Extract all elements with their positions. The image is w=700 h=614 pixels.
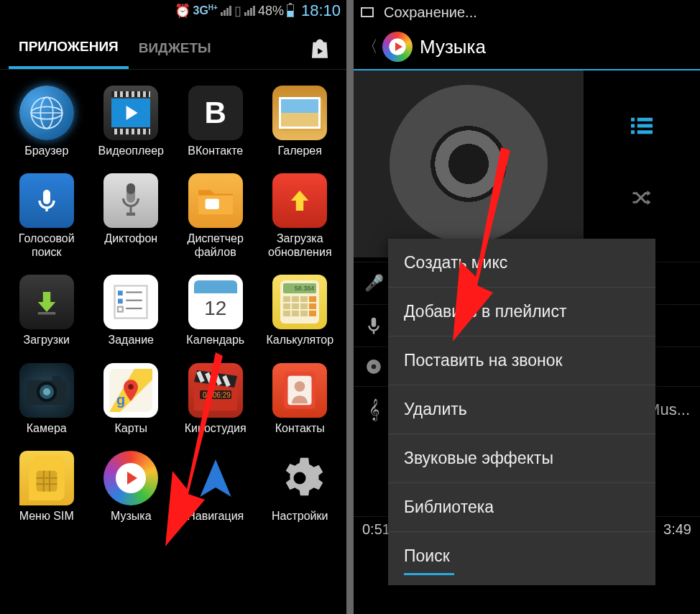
- playback-side-controls: [584, 70, 700, 257]
- app-gallery[interactable]: Галерея: [261, 86, 340, 157]
- download-arrow-icon: [19, 275, 74, 329]
- menu-delete[interactable]: Удалить: [388, 385, 655, 434]
- svg-point-24: [129, 384, 134, 390]
- album-art: [354, 70, 584, 257]
- app-label: Диктофон: [104, 232, 157, 245]
- svg-rect-5: [43, 190, 50, 204]
- person-icon: [272, 363, 327, 418]
- microphone-icon: [19, 173, 74, 228]
- shuffle-button[interactable]: [631, 189, 653, 211]
- app-downloads[interactable]: Загрузки: [7, 275, 86, 347]
- header-title: Музыка: [420, 36, 486, 58]
- app-recorder[interactable]: Диктофон: [92, 173, 171, 259]
- svg-rect-9: [205, 199, 218, 209]
- tab-apps[interactable]: ПРИЛОЖЕНИЯ: [9, 30, 129, 69]
- app-sim-menu[interactable]: Меню SIM: [7, 451, 86, 523]
- svg-point-31: [295, 381, 305, 392]
- app-navigation[interactable]: Навигация: [176, 451, 255, 523]
- signal-bars-icon: [221, 6, 231, 16]
- svg-point-21: [43, 388, 50, 395]
- calendar-icon: 12: [188, 275, 243, 329]
- folder-icon: [188, 173, 243, 228]
- app-maps[interactable]: g Карты: [92, 363, 171, 435]
- context-menu: Создать микс Добавить в плейлист Постави…: [388, 239, 655, 585]
- music-icon: [103, 451, 158, 505]
- recorder-icon: [103, 173, 158, 228]
- queue-button[interactable]: [631, 117, 653, 139]
- menu-library[interactable]: Библиотека: [388, 483, 655, 532]
- app-movie-studio[interactable]: 03:06:29 Киностудия: [176, 363, 255, 435]
- app-header: 〈 Музыка: [354, 24, 700, 70]
- app-video-player[interactable]: Видеоплеер: [92, 86, 171, 157]
- app-label: Камера: [27, 422, 67, 435]
- camera-icon: [19, 363, 74, 418]
- calculator-icon: 58.384: [272, 275, 327, 329]
- app-label: Контакты: [275, 422, 325, 435]
- app-calculator[interactable]: 58.384 Калькулятор: [261, 275, 340, 347]
- drawer-tabs: ПРИЛОЖЕНИЯ ВИДЖЕТЫ: [0, 22, 346, 70]
- app-label: Браузер: [24, 145, 68, 157]
- svg-rect-13: [118, 299, 123, 304]
- mic-icon: [364, 316, 384, 335]
- shopping-bag-icon: [308, 36, 332, 60]
- app-label: Видеоплеер: [98, 145, 164, 157]
- svg-rect-7: [126, 183, 135, 194]
- app-drawer-screen: ⏰ 3GH+ ▯ 48% 18:10 ПРИЛОЖЕНИЯ ВИДЖЕТЫ Бр…: [0, 0, 346, 614]
- image-icon: [361, 7, 374, 17]
- maps-icon: g: [103, 363, 158, 418]
- app-contacts[interactable]: Контакты: [261, 363, 340, 435]
- app-label: Настройки: [272, 510, 328, 523]
- app-updater[interactable]: Загрузка обновления: [261, 173, 340, 259]
- app-label: Диспетчер файлов: [188, 232, 244, 259]
- app-tasks[interactable]: Задание: [92, 275, 171, 347]
- svg-text:03:06:29: 03:06:29: [203, 391, 231, 399]
- globe-icon: [19, 86, 74, 140]
- svg-rect-40: [631, 124, 635, 127]
- clapperboard-icon: 03:06:29: [188, 363, 243, 418]
- tab-widgets[interactable]: ВИДЖЕТЫ: [129, 32, 221, 68]
- svg-rect-44: [372, 318, 377, 327]
- app-label: Киностудия: [185, 422, 247, 435]
- menu-add-playlist[interactable]: Добавить в плейлист: [388, 288, 655, 336]
- video-icon: [103, 86, 158, 140]
- app-grid: Браузер Видеоплеер В ВКонтакте Галерея Г…: [0, 70, 346, 539]
- menu-create-mix[interactable]: Создать микс: [388, 239, 655, 288]
- svg-point-46: [372, 365, 377, 370]
- app-vkontakte[interactable]: В ВКонтакте: [176, 86, 255, 157]
- battery-percent: 48%: [258, 4, 284, 19]
- app-music[interactable]: Музыка: [92, 451, 171, 523]
- clock: 18:10: [301, 1, 341, 20]
- menu-set-ringtone[interactable]: Поставить на звонок: [388, 336, 655, 385]
- microphone-icon: 🎤: [364, 274, 384, 293]
- app-label: Галерея: [278, 145, 322, 157]
- app-label: Задание: [109, 334, 154, 347]
- app-calendar[interactable]: 12 Календарь: [176, 275, 255, 347]
- menu-sound-effects[interactable]: Звуковые эффекты: [388, 434, 655, 483]
- signal-bars-icon-2: [244, 6, 255, 16]
- time-current: 0:51: [362, 521, 390, 538]
- gear-icon: [272, 451, 327, 505]
- status-text: Сохранение...: [384, 4, 477, 21]
- svg-rect-8: [126, 213, 135, 216]
- svg-rect-39: [637, 117, 653, 121]
- app-browser[interactable]: Браузер: [7, 86, 86, 157]
- app-label: Загрузка обновления: [268, 232, 332, 259]
- alarm-icon: ⏰: [175, 3, 190, 19]
- menu-search[interactable]: Поиск: [388, 532, 655, 573]
- gallery-icon: [272, 86, 327, 140]
- app-label: Карты: [114, 422, 147, 435]
- checklist-icon: [103, 275, 158, 329]
- play-store-button[interactable]: [302, 30, 338, 69]
- svg-rect-38: [631, 117, 635, 121]
- app-label: Календарь: [186, 334, 244, 347]
- svg-rect-12: [118, 290, 123, 295]
- status-bar: Сохранение...: [354, 0, 700, 24]
- app-label: Калькулятор: [266, 334, 333, 347]
- upload-arrow-icon: [272, 173, 327, 228]
- back-chevron-icon[interactable]: 〈: [362, 36, 378, 58]
- app-voice-search[interactable]: Голосовой поиск: [7, 173, 86, 259]
- app-settings[interactable]: Настройки: [261, 451, 340, 523]
- app-file-manager[interactable]: Диспетчер файлов: [176, 173, 255, 259]
- app-camera[interactable]: Камера: [7, 363, 86, 435]
- treble-clef-icon: 𝄞: [364, 398, 384, 421]
